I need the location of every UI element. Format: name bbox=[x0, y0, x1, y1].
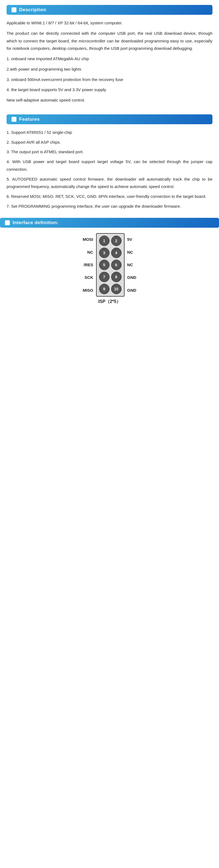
isp-right-labels: 5VNCNCGNDGND bbox=[125, 233, 136, 297]
isp-label-left: NC bbox=[87, 246, 93, 258]
isp-pin: 9 bbox=[99, 284, 110, 294]
isp-label-left: /RES bbox=[84, 258, 93, 271]
isp-connector-row: 56 bbox=[98, 259, 122, 271]
feature-item-5: 6. Reserved MOSI, MISO, RET, SCK, VCC, G… bbox=[7, 193, 212, 200]
features-section: Features 1. Support AT89S51 / 52 single-… bbox=[0, 110, 219, 215]
features-icon bbox=[11, 117, 17, 122]
description-para-3: 2.with power and programming two lights bbox=[7, 65, 212, 73]
interface-header: Interface definition: bbox=[0, 218, 219, 228]
description-para-6: New self-adaptive automatic speed contro… bbox=[7, 96, 212, 104]
isp-label-right: 5V bbox=[127, 233, 132, 246]
isp-connector-row: 12 bbox=[98, 235, 122, 247]
isp-label-left: MISO bbox=[83, 284, 93, 297]
feature-item-0: 1. Support AT89S51 / 52 single-chip bbox=[7, 129, 212, 136]
isp-connector-row: 78 bbox=[98, 271, 122, 283]
description-header: Description bbox=[7, 5, 212, 15]
isp-label-left: SCK bbox=[85, 271, 93, 284]
isp-label-left: MOSI bbox=[83, 233, 93, 246]
interface-section: Interface definition: MOSINC/RESSCKMISO1… bbox=[0, 215, 219, 313]
feature-item-6: 7. Set PROGRAMMING programming interface… bbox=[7, 203, 212, 210]
isp-connector-row: 34 bbox=[98, 247, 122, 259]
feature-item-2: 3. The output port is ATMEL standard por… bbox=[7, 148, 212, 156]
feature-item-1: 2. Support AVR all ASP chips. bbox=[7, 138, 212, 146]
isp-connector: 12345678910 bbox=[96, 233, 125, 297]
description-para-0: Applicable to WIN8.1 / 8/7 / XP 32-bit /… bbox=[7, 19, 212, 27]
isp-connector-row: 910 bbox=[98, 283, 122, 295]
isp-caption: ISP（2*5） bbox=[98, 299, 121, 305]
isp-label-right: NC bbox=[127, 246, 133, 258]
isp-full-table: MOSINC/RESSCKMISO123456789105VNCNCGNDGND bbox=[83, 233, 136, 297]
isp-table: MOSINC/RESSCKMISO123456789105VNCNCGNDGND bbox=[83, 233, 136, 297]
isp-pin: 4 bbox=[111, 248, 122, 258]
isp-pin: 3 bbox=[99, 248, 110, 258]
features-header: Features bbox=[7, 114, 212, 124]
description-para-1: The product can be directly connected wi… bbox=[7, 30, 212, 52]
isp-pin: 10 bbox=[111, 284, 122, 294]
description-icon bbox=[11, 7, 17, 12]
interface-icon bbox=[5, 220, 10, 225]
features-title: Features bbox=[19, 117, 40, 122]
isp-left-labels: MOSINC/RESSCKMISO bbox=[83, 233, 96, 297]
description-para-2: 1. onboard new imported ATMega8A-AU chip bbox=[7, 55, 212, 63]
description-title: Description bbox=[19, 7, 46, 12]
description-para-4: 3. onboard 500mA overcurrent protection … bbox=[7, 76, 212, 84]
isp-label-right: GND bbox=[127, 284, 136, 297]
interface-title: Interface definition: bbox=[12, 220, 59, 225]
feature-item-3: 4. With USB power and target board suppo… bbox=[7, 158, 212, 173]
isp-diagram: MOSINC/RESSCKMISO123456789105VNCNCGNDGND… bbox=[66, 233, 153, 305]
description-para-5: 4. the target board supports 5V and 3.3V… bbox=[7, 86, 212, 94]
isp-pin: 2 bbox=[111, 236, 122, 246]
isp-pin: 6 bbox=[111, 260, 122, 270]
isp-pin: 1 bbox=[99, 236, 110, 246]
feature-item-4: 5. AUTOSPEED automatic speed control fir… bbox=[7, 176, 212, 191]
isp-pin: 7 bbox=[99, 272, 110, 282]
description-section: Description Applicable to WIN8.1 / 8/7 /… bbox=[0, 0, 219, 110]
isp-label-right: GND bbox=[127, 271, 136, 284]
isp-pin: 5 bbox=[99, 260, 110, 270]
isp-pin: 8 bbox=[111, 272, 122, 282]
isp-label-right: NC bbox=[127, 258, 133, 271]
